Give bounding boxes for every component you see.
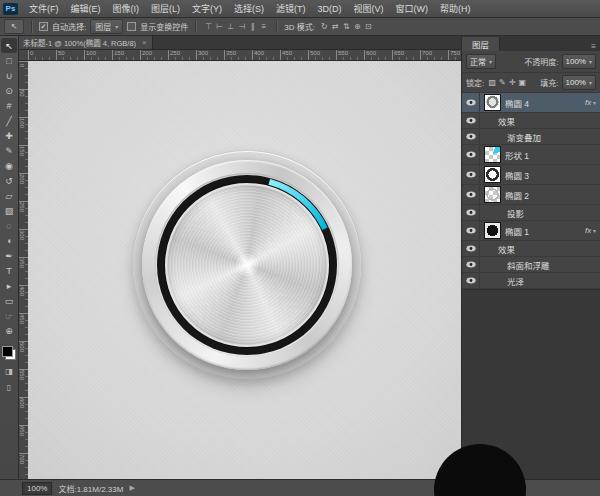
layer-row[interactable]: 效果 <box>462 113 600 129</box>
layers-panel: 图层 ≡ 正常 不透明度: 100% 锁定: ▨✎✛▣ 填充: 100% 椭圆 … <box>462 36 600 305</box>
3d-slide-icon[interactable]: ⊕ <box>352 22 363 31</box>
status-popup-arrow-icon[interactable]: ▶ <box>129 484 134 492</box>
layer-row[interactable]: 光泽 <box>462 273 600 289</box>
menu-item[interactable]: 滤镜(T) <box>270 1 312 17</box>
opacity-dropdown[interactable]: 100% <box>562 54 596 69</box>
layer-row[interactable]: 渐变叠加 <box>462 129 600 145</box>
quick-selection-tool[interactable]: ⊙ <box>1 83 17 98</box>
visibility-eye-icon[interactable] <box>462 185 480 204</box>
eraser-tool[interactable]: ▱ <box>1 188 17 203</box>
brush-tool[interactable]: ✎ <box>1 143 17 158</box>
visibility-eye-icon[interactable] <box>462 273 480 288</box>
dodge-tool[interactable]: ◖ <box>1 233 17 248</box>
3d-roll-icon[interactable]: ⇄ <box>330 22 341 31</box>
layer-fx-badge[interactable]: fx <box>585 226 600 235</box>
lock-image-pixels-icon[interactable]: ✎ <box>497 78 507 87</box>
close-tab-icon[interactable]: × <box>142 38 147 47</box>
menu-item[interactable]: 图层(L) <box>145 1 186 17</box>
visibility-eye-icon[interactable] <box>462 129 480 144</box>
quick-mask-button[interactable]: ◨ <box>5 367 13 376</box>
layer-thumbnail[interactable] <box>484 186 501 203</box>
auto-select-target-dropdown[interactable]: 图层 <box>90 19 123 34</box>
align-left-edges-icon[interactable]: ⊣ <box>236 22 247 31</box>
visibility-eye-icon[interactable] <box>462 257 480 272</box>
fill-dropdown[interactable]: 100% <box>562 75 596 90</box>
menu-list: 文件(F)编辑(E)图像(I)图层(L)文字(Y)选择(S)滤镜(T)3D(D)… <box>23 1 477 17</box>
hand-tool[interactable]: ☞ <box>1 308 17 323</box>
3d-drag-icon[interactable]: ⇅ <box>341 22 352 31</box>
history-brush-tool[interactable]: ↺ <box>1 173 17 188</box>
healing-brush-tool[interactable]: ✚ <box>1 128 17 143</box>
blur-tool[interactable]: ◌ <box>1 218 17 233</box>
layer-name: 投影 <box>507 207 524 219</box>
align-top-edges-icon[interactable]: ⊤ <box>203 22 214 31</box>
align-bottom-edges-icon[interactable]: ⊥ <box>225 22 236 31</box>
crop-tool[interactable]: # <box>1 98 17 113</box>
3d-scale-icon[interactable]: ⊡ <box>363 22 374 31</box>
3d-rotate-icon[interactable]: ↻ <box>319 22 330 31</box>
visibility-eye-icon[interactable] <box>462 93 480 112</box>
layer-row[interactable]: 椭圆 3 <box>462 165 600 185</box>
zoom-tool[interactable]: ⊕ <box>1 323 17 338</box>
menu-item[interactable]: 图像(I) <box>107 1 146 17</box>
auto-select-label: 自动选择: <box>52 21 86 32</box>
visibility-eye-icon[interactable] <box>462 205 480 220</box>
visibility-eye-icon[interactable] <box>462 165 480 184</box>
horizontal-ruler[interactable]: 0501001502002503003504004505005506006507… <box>28 50 461 61</box>
zoom-level-field[interactable]: 100% <box>22 482 52 495</box>
align-horizontal-centers-icon[interactable]: ∥ <box>247 22 258 31</box>
color-swatches[interactable] <box>2 346 16 360</box>
menu-item[interactable]: 帮助(H) <box>434 1 477 17</box>
rectangular-marquee-tool[interactable]: □ <box>1 53 17 68</box>
shape-tool[interactable]: ▭ <box>1 293 17 308</box>
menu-item[interactable]: 3D(D) <box>312 1 348 17</box>
move-tool[interactable]: ↖ <box>1 38 17 53</box>
layer-thumbnail[interactable] <box>484 146 501 163</box>
menu-item[interactable]: 文字(Y) <box>186 1 228 17</box>
menu-item[interactable]: 窗口(W) <box>390 1 435 17</box>
menu-item[interactable]: 选择(S) <box>228 1 270 17</box>
menu-item[interactable]: 编辑(E) <box>65 1 107 17</box>
canvas[interactable] <box>28 61 461 480</box>
clone-stamp-tool[interactable]: ◉ <box>1 158 17 173</box>
panel-menu-icon[interactable]: ≡ <box>587 42 600 51</box>
layer-row[interactable]: 效果 <box>462 241 600 257</box>
auto-select-checkbox[interactable]: ✓ <box>39 22 48 31</box>
type-tool[interactable]: T <box>1 263 17 278</box>
tab-layers[interactable]: 图层 <box>462 37 500 51</box>
ruler-tick: 600 <box>18 397 28 425</box>
layer-row[interactable]: 斜面和浮雕 <box>462 257 600 273</box>
layer-row[interactable]: 椭圆 1fx <box>462 221 600 241</box>
align-right-edges-icon[interactable]: ≡ <box>258 22 269 31</box>
layer-thumbnail[interactable] <box>484 166 501 183</box>
lock-all-icon[interactable]: ▣ <box>517 78 527 87</box>
layer-row[interactable]: 投影 <box>462 205 600 221</box>
menu-item[interactable]: 视图(V) <box>348 1 390 17</box>
layer-row[interactable]: 椭圆 2 <box>462 185 600 205</box>
gradient-tool[interactable]: ▨ <box>1 203 17 218</box>
visibility-eye-icon[interactable] <box>462 145 480 164</box>
screen-mode-button[interactable]: ▯ <box>7 383 11 392</box>
blend-mode-dropdown[interactable]: 正常 <box>466 54 496 69</box>
visibility-eye-icon[interactable] <box>462 113 480 128</box>
document-tab[interactable]: 未标题-1 @ 100%(椭圆 4, RGB/8) × <box>18 36 153 49</box>
layer-row[interactable]: 形状 1 <box>462 145 600 165</box>
path-selection-tool[interactable]: ▸ <box>1 278 17 293</box>
foreground-color-swatch[interactable] <box>2 346 13 357</box>
eyedropper-tool[interactable]: ╱ <box>1 113 17 128</box>
pen-tool[interactable]: ✒ <box>1 248 17 263</box>
visibility-eye-icon[interactable] <box>462 241 480 256</box>
show-transform-checkbox[interactable] <box>127 22 136 31</box>
visibility-eye-icon[interactable] <box>462 221 480 240</box>
lasso-tool[interactable]: ∪ <box>1 68 17 83</box>
dock-divider[interactable] <box>461 36 462 480</box>
current-tool-icon[interactable]: ↖ <box>4 19 24 34</box>
menu-item[interactable]: 文件(F) <box>23 1 65 17</box>
lock-position-icon[interactable]: ✛ <box>507 78 517 87</box>
layer-thumbnail[interactable] <box>484 94 501 111</box>
align-vertical-centers-icon[interactable]: ⊢ <box>214 22 225 31</box>
lock-transparent-pixels-icon[interactable]: ▨ <box>487 78 497 87</box>
layer-thumbnail[interactable] <box>484 222 501 239</box>
layer-fx-badge[interactable]: fx <box>585 98 600 107</box>
layer-row[interactable]: 椭圆 4fx <box>462 93 600 113</box>
